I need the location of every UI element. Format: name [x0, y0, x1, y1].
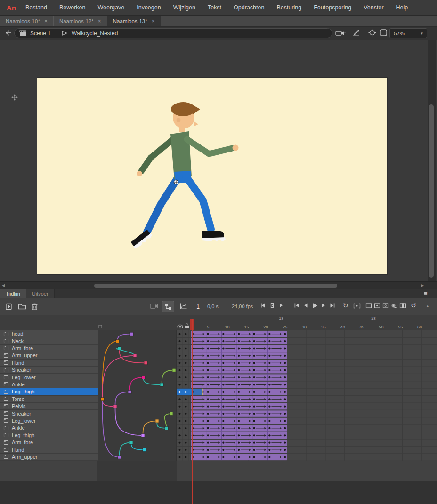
- layer-visibility-dot[interactable]: [179, 406, 181, 408]
- keyframe-dot[interactable]: [222, 376, 224, 378]
- keyframe-dot[interactable]: [222, 442, 224, 444]
- keyframe-dot[interactable]: [284, 456, 286, 458]
- keyframe-dot[interactable]: [268, 413, 270, 415]
- menu-item-bestand[interactable]: Bestand: [25, 4, 47, 11]
- stage-canvas[interactable]: [37, 78, 387, 274]
- keyframe-dot[interactable]: [207, 413, 209, 415]
- keyframe-dot[interactable]: [253, 369, 255, 371]
- insert-blank-keyframe-icon[interactable]: [382, 303, 389, 309]
- keyframe-dot[interactable]: [207, 406, 209, 408]
- vertical-scrollbar-thumb[interactable]: [429, 104, 434, 278]
- layer-parent-node[interactable]: [165, 426, 168, 430]
- layer-parent-node[interactable]: [155, 419, 159, 423]
- layer-row-ankle[interactable]: Ankle: [0, 424, 98, 432]
- menu-item-bewerken[interactable]: Bewerken: [59, 4, 86, 11]
- keyframe-dot[interactable]: [207, 391, 209, 393]
- layer-visibility-dot[interactable]: [179, 449, 181, 451]
- layer-parent-node[interactable]: [133, 354, 137, 357]
- keyframe-dot[interactable]: [207, 369, 209, 371]
- keyframe-dot[interactable]: [238, 413, 240, 415]
- layer-visibility-dot[interactable]: [179, 355, 181, 357]
- keyframe-dot[interactable]: [253, 347, 255, 349]
- keyframe-dot[interactable]: [284, 362, 286, 364]
- previous-frame-icon[interactable]: [303, 303, 308, 308]
- keyframe-dot[interactable]: [222, 456, 224, 458]
- layer-visibility-dot[interactable]: [179, 434, 181, 436]
- layer-parent-node[interactable]: [172, 368, 176, 372]
- layer-parent-node[interactable]: [118, 456, 121, 459]
- layer-parent-node[interactable]: [101, 398, 104, 401]
- layer-visibility-dot[interactable]: [179, 420, 181, 422]
- layer-lock-dot[interactable]: [185, 340, 187, 342]
- layer-lock-dot[interactable]: [185, 406, 187, 408]
- transform-gizmo-icon[interactable]: [11, 94, 18, 101]
- center-stage-icon[interactable]: [368, 29, 376, 37]
- keyframe-dot[interactable]: [284, 406, 286, 408]
- layer-row-leg_thigh[interactable]: Leg_thigh: [0, 388, 98, 395]
- layer-parent-node[interactable]: [118, 347, 121, 350]
- keyframe-dot[interactable]: [238, 420, 240, 422]
- keyframe-dot[interactable]: [222, 398, 224, 400]
- horizontal-scrollbar[interactable]: ◀ ▶: [0, 281, 437, 289]
- keyframe-dot[interactable]: [268, 442, 270, 444]
- menu-item-besturing[interactable]: Besturing: [276, 4, 301, 11]
- loop-playback-icon[interactable]: ↻: [343, 302, 348, 309]
- keyframe-dot[interactable]: [253, 427, 255, 429]
- horizontal-scrollbar-thumb[interactable]: [94, 284, 337, 288]
- layer-lock-dot[interactable]: [185, 434, 187, 436]
- layer-lock-dot[interactable]: [185, 369, 187, 371]
- keyframe-dot[interactable]: [207, 347, 209, 349]
- keyframe-dot[interactable]: [207, 333, 209, 335]
- timeline-ruler[interactable]: 1510152025303540455055601s2s: [0, 315, 437, 330]
- layer-row-pelvis[interactable]: Pelvis: [0, 403, 98, 410]
- scroll-left-icon[interactable]: ◀: [2, 283, 5, 288]
- step-forward-icon[interactable]: [279, 303, 284, 308]
- layer-visibility-dot[interactable]: [179, 333, 181, 335]
- layer-lock-dot[interactable]: [185, 427, 187, 429]
- keyframe-dot[interactable]: [207, 427, 209, 429]
- frames-grid[interactable]: [177, 330, 437, 461]
- menu-item-help[interactable]: Help: [396, 4, 408, 11]
- keyframe-dot[interactable]: [253, 406, 255, 408]
- layer-visibility-dot[interactable]: [179, 398, 181, 400]
- layer-visibility-dot[interactable]: [179, 348, 181, 350]
- layer-parenting-column[interactable]: [98, 330, 177, 461]
- show-parenting-view-button[interactable]: [162, 301, 174, 312]
- vertical-scrollbar[interactable]: [428, 40, 436, 281]
- keyframe-dot[interactable]: [253, 340, 255, 342]
- rotate-view-icon[interactable]: [352, 29, 360, 37]
- layer-row-arm_upper[interactable]: Arm_upper: [0, 454, 98, 461]
- keyframe-dot[interactable]: [207, 384, 209, 385]
- menu-item-weergave[interactable]: Weergave: [97, 4, 124, 11]
- layer-parent-node[interactable]: [142, 376, 145, 379]
- center-frame-icon[interactable]: [269, 303, 275, 308]
- keyframe-dot[interactable]: [238, 355, 240, 357]
- keyframe-dot[interactable]: [284, 369, 286, 371]
- keyframe-dot[interactable]: [207, 398, 209, 400]
- menu-item-foutopsporing[interactable]: Foutopsporing: [314, 4, 351, 11]
- layer-row-ankle[interactable]: Ankle: [0, 381, 98, 388]
- next-frame-icon[interactable]: [321, 303, 326, 308]
- keyframe-dot[interactable]: [207, 376, 209, 378]
- loop-range-icon[interactable]: [353, 303, 361, 309]
- close-tab-icon[interactable]: ×: [152, 18, 155, 24]
- keyframe-dot[interactable]: [253, 333, 255, 335]
- keyframe-dot[interactable]: [222, 434, 224, 436]
- keyframe-dot[interactable]: [207, 442, 209, 444]
- keyframe-dot[interactable]: [284, 449, 286, 451]
- keyframe-dot[interactable]: [253, 391, 255, 393]
- play-icon[interactable]: [312, 303, 318, 309]
- keyframe-dot[interactable]: [222, 427, 224, 429]
- layer-visibility-dot[interactable]: [179, 413, 181, 415]
- menu-item-tekst[interactable]: Tekst: [208, 4, 221, 11]
- layer-parent-node[interactable]: [144, 361, 147, 365]
- menu-item-invoegen[interactable]: Invoegen: [137, 4, 161, 11]
- keyframe-dot[interactable]: [268, 347, 270, 349]
- layer-parent-node[interactable]: [130, 332, 133, 336]
- keyframe-dot[interactable]: [268, 376, 270, 378]
- panel-menu-icon[interactable]: ≡: [424, 290, 428, 297]
- reset-timeline-icon[interactable]: ↺: [411, 302, 416, 309]
- layer-lock-dot[interactable]: [185, 456, 187, 458]
- layer-lock-dot[interactable]: [185, 362, 187, 364]
- layer-row-hand[interactable]: Hand: [0, 446, 98, 453]
